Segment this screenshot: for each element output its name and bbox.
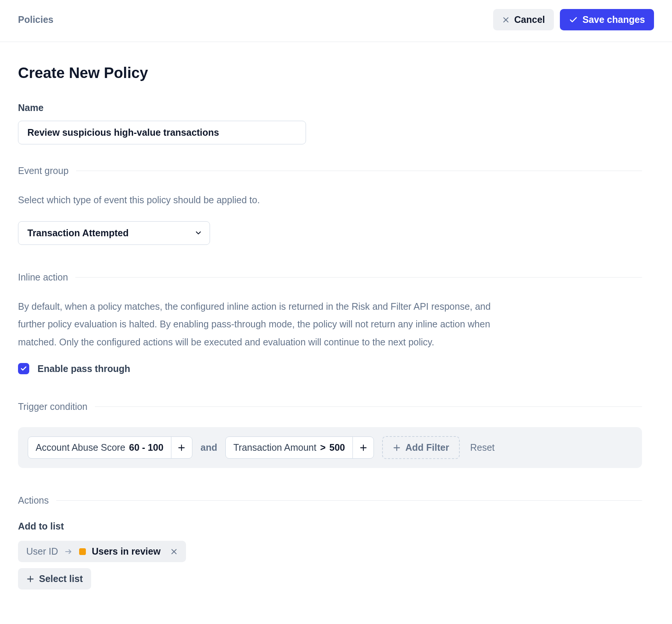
topbar-actions: Cancel Save changes bbox=[493, 9, 654, 30]
filter-label: Transaction Amount bbox=[233, 442, 316, 453]
event-group-header-label: Event group bbox=[18, 165, 69, 176]
plus-icon bbox=[393, 444, 401, 452]
cancel-button[interactable]: Cancel bbox=[493, 9, 554, 30]
list-tag-target: Users in review bbox=[92, 546, 160, 557]
actions-header-label: Actions bbox=[18, 495, 49, 506]
actions-header: Actions bbox=[18, 495, 642, 506]
filter-chip-body[interactable]: Account Abuse Score 60 - 100 bbox=[28, 437, 171, 458]
pass-through-label: Enable pass through bbox=[38, 363, 130, 374]
event-group-select-wrap: Transaction Attempted bbox=[18, 221, 210, 245]
pass-through-row: Enable pass through bbox=[18, 363, 642, 374]
reset-button[interactable]: Reset bbox=[470, 442, 495, 453]
remove-tag-button[interactable] bbox=[170, 548, 178, 555]
event-group-section: Event group Select which type of event t… bbox=[18, 165, 642, 245]
plus-icon bbox=[26, 575, 34, 583]
event-group-header: Event group bbox=[18, 165, 642, 176]
inline-action-description: By default, when a policy matches, the c… bbox=[18, 298, 506, 351]
content: Create New Policy Name Event group Selec… bbox=[0, 42, 660, 624]
inline-action-header: Inline action bbox=[18, 272, 642, 283]
inline-action-header-label: Inline action bbox=[18, 272, 68, 283]
trigger-condition-box: Account Abuse Score 60 - 100 and Transac… bbox=[18, 427, 642, 468]
filter-add-button[interactable] bbox=[352, 437, 374, 458]
event-group-description: Select which type of event this policy s… bbox=[18, 191, 506, 209]
arrow-right-icon bbox=[64, 547, 73, 556]
topbar: Policies Cancel Save changes bbox=[0, 0, 672, 42]
filter-chip: Account Abuse Score 60 - 100 bbox=[28, 436, 192, 459]
divider bbox=[76, 171, 642, 171]
filter-add-button[interactable] bbox=[171, 437, 192, 458]
add-filter-label: Add Filter bbox=[405, 442, 449, 453]
page-title: Create New Policy bbox=[18, 64, 642, 81]
divider bbox=[75, 277, 642, 278]
breadcrumb[interactable]: Policies bbox=[18, 14, 54, 25]
filter-chip: Transaction Amount > 500 bbox=[225, 436, 374, 459]
filter-label: Account Abuse Score bbox=[36, 442, 125, 453]
select-list-label: Select list bbox=[39, 573, 83, 584]
save-button[interactable]: Save changes bbox=[560, 9, 654, 30]
trigger-condition-header-label: Trigger condition bbox=[18, 401, 87, 412]
and-joiner: and bbox=[201, 442, 217, 453]
list-tag-key: User ID bbox=[26, 546, 58, 557]
name-field: Name bbox=[18, 102, 642, 144]
filter-chip-body[interactable]: Transaction Amount > 500 bbox=[226, 437, 352, 458]
check-icon bbox=[569, 15, 578, 24]
close-icon bbox=[502, 16, 510, 24]
event-group-select[interactable]: Transaction Attempted bbox=[18, 221, 210, 245]
add-to-list-label: Add to list bbox=[18, 521, 642, 532]
filter-operator: > bbox=[320, 442, 326, 453]
inline-action-section: Inline action By default, when a policy … bbox=[18, 272, 642, 375]
add-filter-button[interactable]: Add Filter bbox=[382, 436, 460, 459]
pass-through-checkbox[interactable] bbox=[18, 363, 29, 374]
name-input[interactable] bbox=[18, 121, 306, 144]
filter-value: 60 - 100 bbox=[129, 442, 164, 453]
divider bbox=[95, 406, 642, 407]
trigger-condition-header: Trigger condition bbox=[18, 401, 642, 412]
trigger-condition-section: Trigger condition Account Abuse Score 60… bbox=[18, 401, 642, 468]
actions-section: Actions Add to list User ID Users in rev… bbox=[18, 495, 642, 590]
status-dot bbox=[79, 548, 86, 555]
list-tag[interactable]: User ID Users in review bbox=[18, 541, 186, 562]
divider bbox=[56, 500, 642, 501]
actions-tags: User ID Users in review bbox=[18, 541, 642, 590]
select-list-button[interactable]: Select list bbox=[18, 568, 91, 590]
name-label: Name bbox=[18, 102, 642, 113]
cancel-button-label: Cancel bbox=[514, 14, 545, 25]
save-button-label: Save changes bbox=[582, 14, 645, 25]
filter-value: 500 bbox=[329, 442, 345, 453]
